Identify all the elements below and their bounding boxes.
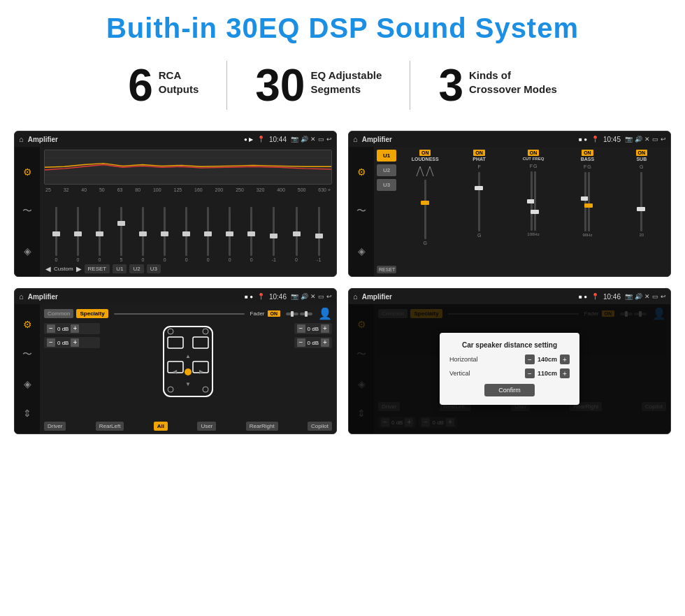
reset-button[interactable]: RESET xyxy=(85,264,110,273)
amp-channels: ON LOUDNESS G xyxy=(399,150,668,273)
bass-slider-1[interactable] xyxy=(584,172,586,231)
location-icon-3: 📍 xyxy=(257,293,265,300)
eq-screen-content: ⚙ 〜 ◈ xyxy=(15,147,336,276)
svg-point-10 xyxy=(168,329,173,334)
amp-reset[interactable]: RESET xyxy=(377,266,396,273)
dialog-status-dots: ■ ● xyxy=(579,294,587,300)
amp-time: 10:45 xyxy=(603,136,621,143)
u2-preset[interactable]: U2 xyxy=(377,164,396,176)
close-icon-3: ✕ xyxy=(310,293,316,300)
amp-status-dots: ■ ● xyxy=(579,136,587,143)
preset-label: Custom xyxy=(54,266,73,272)
volume-icon-2: 🔊 xyxy=(635,136,642,143)
back-icon-4[interactable]: ↩ xyxy=(661,293,666,300)
profile-icon[interactable]: 👤 xyxy=(318,307,332,320)
eq-screen: ⌂ Amplifier ● ▶ 📍 10:44 📷 🔊 ✕ ▭ ↩ ⚙ 〜 ◈ xyxy=(14,131,337,277)
confirm-button[interactable]: Confirm xyxy=(484,384,535,396)
dialog-status-bar: ⌂ Amplifier ■ ● 📍 10:46 📷 🔊 ✕ ▭ ↩ xyxy=(349,289,670,304)
db-plus-3[interactable]: + xyxy=(321,324,329,333)
db-minus-1[interactable]: − xyxy=(47,324,55,333)
common-mode-btn[interactable]: Common xyxy=(44,309,73,318)
svg-point-9 xyxy=(185,368,192,375)
home-icon-3[interactable]: ⌂ xyxy=(19,292,24,301)
specialty-mode-btn[interactable]: Specialty xyxy=(76,309,108,318)
stat-eq-text: EQ Adjustable Segments xyxy=(310,63,382,96)
volume-icon-4: 🔊 xyxy=(635,293,642,300)
speaker-icon-3[interactable]: ◈ xyxy=(24,378,31,389)
u1-preset[interactable]: U1 xyxy=(377,150,396,162)
bass-on: ON xyxy=(582,150,593,156)
rearright-btn[interactable]: RearRight xyxy=(246,422,278,431)
speaker-icon[interactable]: ◈ xyxy=(24,245,31,257)
eq-icon-2[interactable]: ⚙ xyxy=(357,166,366,178)
next-arrow[interactable]: ▶ xyxy=(76,265,82,273)
amp-presets: U1 U2 U3 RESET xyxy=(377,150,396,273)
all-btn[interactable]: All xyxy=(154,422,168,431)
rearleft-btn[interactable]: RearLeft xyxy=(96,422,124,431)
speaker-icon-2[interactable]: ◈ xyxy=(358,245,366,257)
eq-slider-12: -1 xyxy=(317,207,321,262)
vertical-minus-btn[interactable]: − xyxy=(525,368,535,378)
screenshots-grid: ⌂ Amplifier ● ▶ 📍 10:44 📷 🔊 ✕ ▭ ↩ ⚙ 〜 ◈ xyxy=(0,124,685,448)
driver-btn[interactable]: Driver xyxy=(44,422,66,431)
cutfreq-slider-1[interactable] xyxy=(531,171,533,231)
eq-slider-11: 0 xyxy=(295,207,298,262)
back-icon[interactable]: ↩ xyxy=(326,136,332,143)
loudness-on: ON xyxy=(419,150,431,156)
volume-icon-3: 🔊 xyxy=(301,293,308,300)
db-plus-4[interactable]: + xyxy=(321,338,329,347)
back-icon-3[interactable]: ↩ xyxy=(326,293,332,300)
home-icon-4[interactable]: ⌂ xyxy=(353,292,358,301)
home-icon-2[interactable]: ⌂ xyxy=(353,135,358,143)
u3-button[interactable]: U3 xyxy=(147,264,161,273)
minimize-icon-2: ▭ xyxy=(652,136,658,143)
db-minus-3[interactable]: − xyxy=(297,324,305,333)
wave-icon[interactable]: 〜 xyxy=(22,205,32,217)
wave-icon-3[interactable]: 〜 xyxy=(22,348,32,361)
db-plus-2[interactable]: + xyxy=(71,338,79,347)
fader-divider xyxy=(114,313,245,315)
amp-status-bar: ⌂ Amplifier ■ ● 📍 10:45 📷 🔊 ✕ ▭ ↩ xyxy=(349,131,670,147)
arrow-icon-3[interactable]: ⇕ xyxy=(23,408,31,419)
svg-text:▼: ▼ xyxy=(185,381,191,387)
dialog-screen-title: Amplifier xyxy=(362,293,575,301)
phat-slider[interactable] xyxy=(478,172,480,231)
horizontal-plus-btn[interactable]: + xyxy=(560,354,570,364)
channel-cutfreq: ON CUT FREQ FG xyxy=(507,150,559,273)
fader-screen: ⌂ Amplifier ■ ● 📍 10:46 📷 🔊 ✕ ▭ ↩ ⚙ 〜 ◈ … xyxy=(14,288,337,434)
bass-slider-2[interactable] xyxy=(588,172,590,231)
fader-main-panel: Common Specialty Fader ON 👤 − xyxy=(40,304,336,434)
back-icon-2[interactable]: ↩ xyxy=(661,136,666,143)
eq-sidebar: ⚙ 〜 ◈ xyxy=(15,147,40,276)
u2-button[interactable]: U2 xyxy=(129,264,143,273)
db-minus-2[interactable]: − xyxy=(47,338,55,347)
eq-icon-3[interactable]: ⚙ xyxy=(23,319,32,330)
db-control-2: − 0 dB + xyxy=(44,337,100,348)
home-icon[interactable]: ⌂ xyxy=(19,135,24,143)
close-icon-4: ✕ xyxy=(644,293,650,300)
db-value-1: 0 dB xyxy=(57,326,68,332)
db-plus-1[interactable]: + xyxy=(71,324,79,333)
cutfreq-slider-2[interactable] xyxy=(534,171,536,231)
sub-slider[interactable] xyxy=(640,172,642,231)
db-minus-4[interactable]: − xyxy=(297,338,305,347)
fader-screen-title: Amplifier xyxy=(28,293,240,301)
wave-icon-2[interactable]: 〜 xyxy=(356,205,366,217)
vertical-plus-btn[interactable]: + xyxy=(560,368,570,378)
eq-slider-2: 0 xyxy=(99,207,101,262)
horizontal-minus-btn[interactable]: − xyxy=(525,354,535,364)
dialog-horizontal-label: Horizontal xyxy=(449,356,478,363)
u1-button[interactable]: U1 xyxy=(113,264,127,273)
stat-crossover-text: Kinds of Crossover Modes xyxy=(469,63,557,96)
user-btn[interactable]: User xyxy=(197,422,216,431)
eq-icon[interactable]: ⚙ xyxy=(23,166,32,178)
location-icon-2: 📍 xyxy=(591,136,599,143)
eq-slider-6: 0 xyxy=(185,207,188,262)
prev-arrow[interactable]: ◀ xyxy=(45,265,51,273)
channel-bass: ON BASS FG xyxy=(561,150,613,273)
loudness-slider[interactable] xyxy=(424,180,426,239)
u3-preset[interactable]: U3 xyxy=(377,179,396,191)
amp-screen: ⌂ Amplifier ■ ● 📍 10:45 📷 🔊 ✕ ▭ ↩ ⚙ 〜 ◈ … xyxy=(348,131,671,277)
copilot-btn[interactable]: Copilot xyxy=(308,422,332,431)
eq-status-bar: ⌂ Amplifier ● ▶ 📍 10:44 📷 🔊 ✕ ▭ ↩ xyxy=(15,131,336,147)
